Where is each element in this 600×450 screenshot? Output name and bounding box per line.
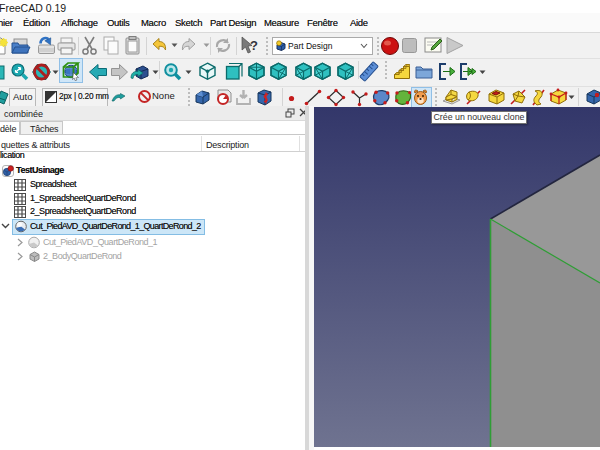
- svg-text:?: ?: [250, 38, 258, 53]
